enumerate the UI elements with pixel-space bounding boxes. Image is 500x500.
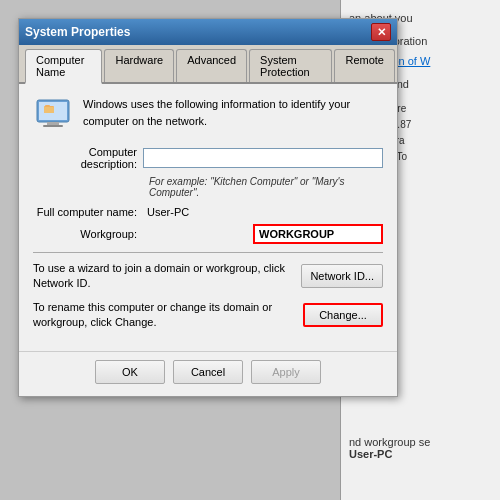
title-bar: System Properties ✕ [19,19,397,45]
change-button[interactable]: Change... [303,303,383,327]
top-info-section: Windows uses the following information t… [33,96,383,136]
apply-button[interactable]: Apply [251,360,321,384]
workgroup-highlight-box: WORKGROUP [253,224,383,244]
change-section: To rename this computer or change its do… [33,300,383,331]
tab-content: Windows uses the following information t… [19,84,397,351]
network-info-text: Windows uses the following information t… [83,96,383,129]
section-divider [33,252,383,253]
dialog-title: System Properties [25,25,130,39]
cancel-button[interactable]: Cancel [173,360,243,384]
description-row: Computer description: [33,146,383,170]
workgroup-label: Workgroup: [33,228,143,240]
network-id-text: To use a wizard to join a domain or work… [33,261,301,292]
fullname-row: Full computer name: User-PC [33,206,383,218]
close-button[interactable]: ✕ [371,23,391,41]
svg-rect-2 [47,122,59,125]
tab-computer-name[interactable]: Computer Name [25,49,102,84]
description-input[interactable] [143,148,383,168]
bg-bottom-info: nd workgroup se User-PC [349,436,492,460]
svg-rect-3 [43,125,63,127]
workgroup-value: WORKGROUP [259,228,334,240]
ok-button[interactable]: OK [95,360,165,384]
fullname-value: User-PC [147,206,189,218]
network-id-button[interactable]: Network ID... [301,264,383,288]
fullname-label: Full computer name: [33,206,143,218]
tab-bar: Computer Name Hardware Advanced System P… [19,45,397,84]
tab-remote[interactable]: Remote [334,49,395,82]
svg-rect-6 [45,105,50,107]
example-text: For example: "Kitchen Computer" or "Mary… [149,176,383,198]
network-id-section: To use a wizard to join a domain or work… [33,261,383,292]
system-properties-dialog: System Properties ✕ Computer Name Hardwa… [18,18,398,397]
description-label: Computer description: [33,146,143,170]
tab-hardware[interactable]: Hardware [104,49,174,82]
tab-advanced[interactable]: Advanced [176,49,247,82]
computer-icon [33,96,73,136]
tab-system-protection[interactable]: System Protection [249,49,332,82]
change-text: To rename this computer or change its do… [33,300,303,331]
workgroup-row: Workgroup: WORKGROUP [33,224,383,244]
dialog-footer: OK Cancel Apply [19,351,397,396]
svg-rect-5 [44,107,54,113]
